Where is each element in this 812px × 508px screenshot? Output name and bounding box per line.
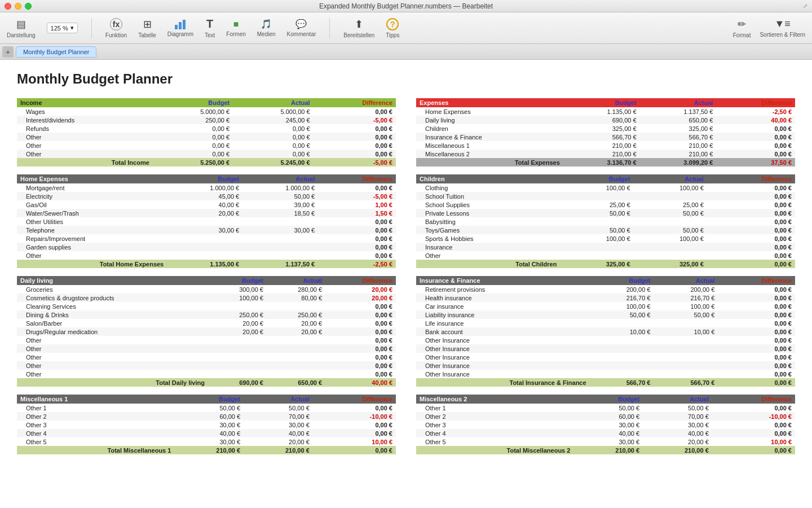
row-label: Interest/dividends	[17, 116, 153, 124]
row-budget	[560, 192, 633, 200]
minimize-button[interactable]	[15, 3, 21, 10]
table-row: Other Utilities0,00 €	[17, 217, 396, 226]
misc1-total-label: Total Miscellaneous 1	[17, 446, 174, 454]
row-budget: 40,00 €	[573, 429, 643, 437]
row-label: Refunds	[17, 124, 153, 133]
row-label: Other Insurance	[416, 370, 590, 378]
misc1-actual-header: Actual	[244, 395, 313, 404]
daily-total-row: Total Daily living 690,00 € 650,00 € 40,…	[17, 378, 396, 387]
toolbar-format[interactable]: ✏ Format	[733, 18, 751, 38]
traffic-lights[interactable]	[5, 3, 32, 10]
toolbar-tabelle[interactable]: ⊞ Tabelle	[138, 18, 156, 38]
row-actual: 70,00 €	[244, 412, 313, 421]
toolbar-sortieren-label: Sortieren & Filtern	[760, 32, 805, 38]
row-label: Clothing	[416, 183, 560, 192]
row-diff: 0,00 €	[325, 319, 396, 327]
row-actual: 5.000,00 €	[233, 107, 313, 116]
row-diff: 0,00 €	[707, 251, 795, 260]
row-diff: 0,00 €	[314, 124, 396, 133]
toolbar-medien[interactable]: 🎵 Medien	[257, 19, 276, 37]
page-title: Monthly Budget Planner	[17, 71, 795, 87]
title-bar: Expanded Monthly Budget Planner.numbers …	[0, 0, 812, 12]
insurance-header: Insurance & Finance	[416, 276, 590, 285]
misc1-header: Miscellaneous 1	[17, 395, 174, 404]
toolbar-formen[interactable]: ■ Formen	[226, 19, 245, 37]
table-row: Gas/Oil40,00 €39,00 €1,00 €	[17, 200, 396, 209]
row-label: Mortgage/rent	[17, 183, 167, 192]
row-actual: 40,00 €	[244, 429, 313, 437]
add-sheet-button[interactable]: +	[2, 46, 14, 58]
row-label: Daily living	[416, 116, 563, 124]
toolbar-tipps-label: Tipps	[386, 32, 399, 38]
table-row: Electricity45,00 €50,00 €-5,00 €	[17, 192, 396, 200]
maximize-button[interactable]	[25, 3, 32, 10]
table-row: Clothing100,00 €100,00 €0,00 €	[416, 183, 795, 192]
row-label: Other 3	[17, 421, 174, 429]
table-row: Insurance & Finance566,70 €566,70 €0,00 …	[416, 133, 795, 141]
table-row: Other 440,00 €40,00 €0,00 €	[17, 429, 396, 437]
misc2-total-label: Total Miscellaneous 2	[416, 446, 573, 454]
row-actual: 245,00 €	[233, 116, 313, 124]
daily-total-budget: 690,00 €	[208, 378, 267, 387]
row-label: Other 3	[416, 421, 573, 429]
table-row: Toys/Games50,00 €50,00 €0,00 €	[416, 226, 795, 234]
table-row: Retirement provisions200,00 €200,00 €0,0…	[416, 285, 795, 294]
toolbar-funktion-label: Funktion	[105, 32, 127, 38]
tips-icon: ?	[386, 18, 399, 30]
row-label: Miscellaneous 1	[416, 141, 563, 150]
row-actual: 200,00 €	[654, 285, 718, 294]
toolbar-sortieren[interactable]: ▼≡ Sortieren & Filtern	[760, 18, 805, 38]
table-row: Mortgage/rent1.000,00 €1.000,00 €0,00 €	[17, 183, 396, 192]
row-label: Sports & Hobbies	[416, 234, 560, 243]
row-label: Salon/Barber	[17, 319, 208, 327]
toolbar-diagramm[interactable]: Diagramm	[167, 19, 193, 37]
zoom-chevron-icon: ▾	[70, 24, 74, 32]
row-budget: 0,00 €	[153, 150, 233, 158]
toolbar-text[interactable]: T Text	[205, 17, 215, 38]
toolbar-darstellung[interactable]: ▤ Darstellung	[7, 18, 36, 38]
chart-icon	[175, 19, 186, 29]
row-actual: 50,00 €	[654, 310, 718, 319]
fullscreen-icon[interactable]: ⤢	[803, 3, 807, 9]
children-budget-header: Budget	[560, 174, 633, 183]
row-budget: 250,00 €	[208, 310, 267, 319]
misc1-total-budget: 210,00 €	[174, 446, 244, 454]
row-diff: 0,00 €	[718, 344, 795, 353]
income-total-diff: -5,00 €	[314, 158, 396, 167]
toolbar-kommentar[interactable]: 💬 Kommentar	[287, 19, 316, 37]
row-budget	[208, 344, 267, 353]
row-actual	[654, 361, 718, 370]
tab-label: Monthly Budget Planner	[23, 49, 89, 55]
table-row: Other0,00 €0,00 €0,00 €	[17, 141, 396, 150]
close-button[interactable]	[5, 3, 11, 10]
insurance-total-diff: 0,00 €	[718, 378, 795, 387]
svg-rect-0	[175, 25, 178, 29]
income-total-actual: 5.245,00 €	[233, 158, 313, 167]
row-budget	[590, 319, 654, 327]
row-budget: 325,00 €	[563, 124, 640, 133]
home-actual-header: Actual	[242, 174, 318, 183]
expenses-actual-header: Actual	[640, 98, 717, 107]
children-total-label: Total Children	[416, 260, 560, 268]
row-budget	[167, 243, 242, 251]
row-actual: 20,00 €	[267, 327, 325, 336]
toolbar-funktion[interactable]: fx Funktion	[105, 18, 127, 38]
toolbar-kommentar-label: Kommentar	[287, 31, 316, 37]
tab-monthly-budget-planner[interactable]: Monthly Budget Planner	[16, 46, 96, 58]
home-total-diff: -2,50 €	[318, 260, 396, 268]
insurance-total-row: Total Insurance & Finance 566,70 € 566,7…	[416, 378, 795, 387]
row-actual	[267, 361, 325, 370]
misc1-total-actual: 210,00 €	[244, 446, 313, 454]
row-actual: 0,00 €	[233, 141, 313, 150]
expenses-diff-header: Difference	[716, 98, 795, 107]
table-row: Repairs/Improvement0,00 €	[17, 234, 396, 243]
row-actual: 216,70 €	[654, 294, 718, 302]
toolbar-tipps[interactable]: ? Tipps	[386, 18, 399, 38]
home-diff-header: Difference	[318, 174, 396, 183]
row-budget: 100,00 €	[208, 294, 267, 302]
zoom-control[interactable]: 125 % ▾	[47, 23, 78, 33]
toolbar-bereitstellen[interactable]: ⬆ Bereitstellen	[343, 18, 374, 38]
table-row: Other 530,00 €20,00 €10,00 €	[416, 437, 795, 446]
insurance-actual-header: Actual	[654, 276, 718, 285]
row-budget: 30,00 €	[174, 421, 244, 429]
